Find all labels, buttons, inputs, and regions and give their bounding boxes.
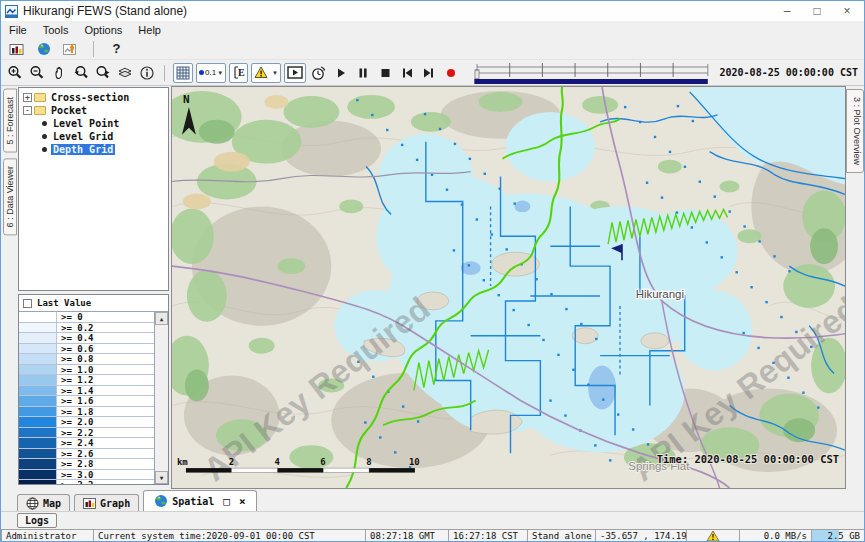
map-display-icon[interactable] <box>34 39 53 59</box>
info-icon[interactable] <box>137 63 156 83</box>
explorer-icon[interactable] <box>7 39 26 59</box>
record-button[interactable] <box>441 63 460 83</box>
scroll-up-icon[interactable]: ▲ <box>155 312 168 325</box>
legend-row: >= 2.0 <box>19 417 154 428</box>
legend-swatch <box>19 417 57 427</box>
timeline-slider[interactable] <box>473 60 710 86</box>
map-time-label: Time: 2020-08-25 00:00:00 CST <box>657 453 839 465</box>
warning-dropdown-button[interactable]: ▼ <box>251 63 281 83</box>
help-icon[interactable]: ? <box>107 39 126 59</box>
map-toolbar: 0.1 ▼ E ▼ <box>1 59 864 86</box>
skip-start-button[interactable] <box>397 63 416 83</box>
bullet-icon <box>42 147 47 152</box>
legend-value: >= 1.8 <box>57 407 94 417</box>
tree-item-cross-section[interactable]: + Cross-section <box>20 91 167 104</box>
tree-item-depth-grid[interactable]: Depth Grid <box>20 143 167 156</box>
menu-file[interactable]: File <box>1 23 35 37</box>
label-toggle-button[interactable]: E <box>229 63 248 83</box>
status-memory: 2.5 GB <box>811 529 865 542</box>
legend-swatch <box>19 323 57 333</box>
pan-hand-icon[interactable] <box>49 63 68 83</box>
legend-swatch <box>19 407 57 417</box>
legend-row: >= 0 <box>19 312 154 323</box>
legend-value: >= 2.2 <box>57 428 94 438</box>
tree-item-level-point[interactable]: Level Point <box>20 117 167 130</box>
svg-text:2: 2 <box>229 457 234 467</box>
tab-spatial[interactable]: Spatial □ × <box>143 490 256 511</box>
status-user: Administrator <box>1 529 94 542</box>
wire-globe-icon <box>26 497 39 510</box>
minimize-button[interactable]: – <box>772 1 802 21</box>
map-view[interactable]: API Key Required API Key Required Hikura… <box>171 86 846 489</box>
tab-data-viewer[interactable]: 6 : Data Viewer <box>3 158 17 235</box>
town-label: Hikurangi <box>636 288 684 300</box>
tab-forecast[interactable]: 5 : Forecast <box>3 89 17 153</box>
legend-value: >= 2.6 <box>57 449 94 459</box>
menu-bar: File Tools Options Help <box>1 21 864 38</box>
legend-value: >= 1.4 <box>57 386 94 396</box>
tree-item-label: Cross-section <box>49 92 131 103</box>
warning-icon[interactable] <box>706 530 720 542</box>
tree-item-label: Depth Grid <box>51 144 115 155</box>
zoom-next-icon[interactable] <box>93 63 112 83</box>
legend-swatch <box>19 449 57 459</box>
legend-row: >= 0.4 <box>19 333 154 344</box>
tree-item-pocket[interactable]: - Pocket <box>20 104 167 117</box>
close-button[interactable]: × <box>832 1 862 21</box>
globe-icon <box>154 494 168 508</box>
menu-tools[interactable]: Tools <box>35 23 77 37</box>
play-button[interactable] <box>331 63 350 83</box>
legend-swatch <box>19 396 57 406</box>
svg-text:km: km <box>177 457 188 467</box>
last-value-checkbox[interactable] <box>23 299 32 308</box>
svg-text:6: 6 <box>320 457 325 467</box>
tab-close-icon[interactable]: × <box>239 495 246 508</box>
tab-label: Spatial <box>172 496 214 507</box>
layers-icon[interactable] <box>115 63 134 83</box>
legend-row: >= 0.8 <box>19 354 154 365</box>
tab-maximize-icon[interactable]: □ <box>223 495 230 508</box>
legend-row: >= 2.2 <box>19 428 154 439</box>
menu-options[interactable]: Options <box>76 23 130 37</box>
logs-button[interactable]: Logs <box>17 513 57 528</box>
scroll-down-icon[interactable]: ▼ <box>155 471 168 484</box>
toolbar-separator <box>164 65 165 81</box>
bullet-icon <box>42 134 47 139</box>
legend-row: >= 1.6 <box>19 396 154 407</box>
animation-player-button[interactable] <box>284 63 306 83</box>
svg-text:10: 10 <box>409 457 420 467</box>
stop-button[interactable] <box>375 63 394 83</box>
pause-button[interactable] <box>353 63 372 83</box>
tab-graph[interactable]: Graph <box>74 494 139 511</box>
menu-help[interactable]: Help <box>130 23 169 37</box>
status-coordinates: -35.657 , 174.199 <box>595 529 687 542</box>
toolbar-separator <box>93 41 94 57</box>
svg-text:4: 4 <box>275 457 280 467</box>
expander-icon[interactable]: - <box>23 106 32 115</box>
tab-label: Map <box>43 498 61 509</box>
legend-row: >= 0.2 <box>19 323 154 334</box>
scale-dropdown-button[interactable]: 0.1 ▼ <box>196 63 226 83</box>
legend-swatch <box>19 428 57 438</box>
layer-tree: + Cross-section - Pocket Level Point Lev… <box>18 87 169 291</box>
tree-item-level-grid[interactable]: Level Grid <box>20 130 167 143</box>
legend-scrollbar[interactable]: ▲ ▼ <box>154 312 168 484</box>
tab-plot-overview[interactable]: 3 : Plot Overview <box>846 89 864 173</box>
zoom-in-icon[interactable] <box>5 63 24 83</box>
legend-value: >= 2.8 <box>57 459 94 469</box>
expander-icon[interactable]: + <box>23 93 32 102</box>
legend-swatch <box>19 459 57 469</box>
skip-end-button[interactable] <box>419 63 438 83</box>
tab-map[interactable]: Map <box>17 494 70 511</box>
main-area: 5 : Forecast 6 : Data Viewer + Cross-sec… <box>1 86 864 489</box>
bullet-icon <box>42 121 47 126</box>
grid-display-button[interactable] <box>173 63 193 83</box>
svg-text:8: 8 <box>366 457 371 467</box>
tree-item-label: Level Grid <box>51 131 115 142</box>
zoom-out-icon[interactable] <box>27 63 46 83</box>
left-tab-strip: 5 : Forecast 6 : Data Viewer <box>1 86 17 489</box>
timeseries-icon[interactable] <box>61 39 80 59</box>
maximize-button[interactable]: □ <box>802 1 832 21</box>
animation-clock-icon[interactable] <box>309 63 328 83</box>
zoom-previous-icon[interactable] <box>71 63 90 83</box>
